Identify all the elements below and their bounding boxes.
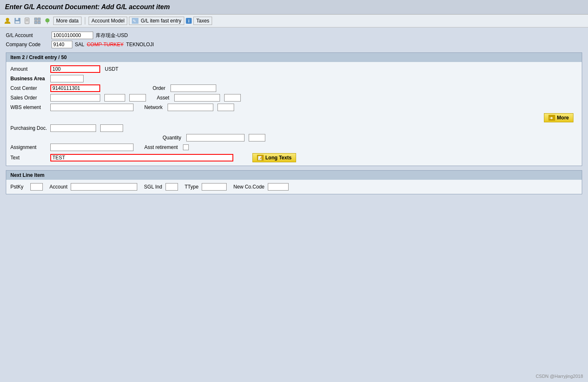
account-input-next[interactable] bbox=[71, 183, 137, 191]
save-icon[interactable] bbox=[13, 17, 22, 25]
text-input[interactable] bbox=[50, 154, 233, 161]
asset-input[interactable] bbox=[174, 94, 220, 102]
person-icon[interactable] bbox=[3, 17, 12, 25]
pstky-label: PstKy bbox=[10, 184, 27, 190]
assignment-row: Assignment Asst retirement bbox=[10, 144, 578, 151]
svg-text:📝: 📝 bbox=[258, 156, 263, 161]
wbs-row: WBS element Network bbox=[10, 104, 578, 111]
gl-account-label: G/L Account bbox=[6, 32, 52, 38]
assignment-input[interactable] bbox=[50, 144, 133, 151]
company-code-number: 9140 bbox=[52, 41, 72, 48]
item-section-header: Item 2 / Credit entry / 50 bbox=[6, 53, 582, 62]
document-icon[interactable] bbox=[23, 17, 32, 25]
company-code-row: Company Code 9140 SALCOMP-TURKEY TEKNOLO… bbox=[6, 41, 582, 48]
main-content: G/L Account 1001010000 库存现金-USD Company … bbox=[0, 27, 588, 203]
layout-icon[interactable] bbox=[33, 17, 42, 25]
quantity-unit-input[interactable] bbox=[249, 134, 265, 141]
quantity-input[interactable] bbox=[186, 134, 245, 141]
sales-order-row: Sales Order Asset bbox=[10, 94, 578, 102]
svg-rect-2 bbox=[16, 18, 18, 20]
more-button[interactable]: ➜ More bbox=[544, 113, 573, 122]
purchasing-doc-row: Purchasing Doc. bbox=[10, 124, 578, 132]
assignment-label: Assignment bbox=[10, 144, 48, 150]
ttype-label: TType bbox=[185, 184, 198, 190]
account-label-next: Account bbox=[49, 184, 67, 190]
text-label: Text bbox=[10, 155, 48, 161]
toolbar: More data Account Model ✎ G/L item fast … bbox=[0, 15, 588, 27]
new-co-code-input[interactable] bbox=[268, 183, 289, 191]
sales-order-label: Sales Order bbox=[10, 95, 48, 101]
info-icon: i bbox=[186, 18, 192, 24]
more-data-button[interactable]: More data bbox=[53, 17, 82, 25]
network-input[interactable] bbox=[168, 104, 213, 111]
long-texts-button[interactable]: 📝 Long Texts bbox=[252, 153, 296, 162]
new-co-code-label: New Co.Code bbox=[233, 184, 264, 190]
gl-account-desc: 库存现金-USD bbox=[96, 32, 128, 39]
sgl-ind-input[interactable] bbox=[166, 183, 178, 191]
sales-order-sub-input[interactable] bbox=[104, 94, 125, 102]
gl-account-number: 1001010000 bbox=[52, 32, 93, 39]
company-code-name-before: SAL bbox=[75, 42, 84, 47]
sales-order-item-input[interactable] bbox=[129, 94, 146, 102]
company-code-name-after: TEKNOLOJI bbox=[126, 42, 154, 47]
business-area-label: Business Area bbox=[10, 76, 48, 82]
quantity-row: Quantity bbox=[10, 134, 578, 141]
wbs-input[interactable] bbox=[50, 104, 133, 111]
next-line-section: Next Line Item PstKy Account SGL Ind TTy… bbox=[6, 170, 582, 194]
taxes-button[interactable]: Taxes bbox=[193, 17, 212, 25]
order-label: Order bbox=[153, 85, 166, 91]
page-title: Enter G/L Account Document: Add G/L acco… bbox=[5, 3, 583, 11]
gl-item-fast-entry-button[interactable]: ✎ G/L item fast entry bbox=[129, 17, 184, 25]
amount-input[interactable] bbox=[50, 65, 100, 73]
svg-point-0 bbox=[6, 18, 9, 21]
svg-rect-7 bbox=[35, 18, 37, 20]
more-data-label: More data bbox=[56, 18, 79, 24]
cost-center-input[interactable] bbox=[50, 84, 100, 92]
asst-retirement-label: Asst retirement bbox=[144, 144, 178, 150]
amount-row: Amount USDT bbox=[10, 65, 578, 73]
gl-account-row: G/L Account 1001010000 库存现金-USD bbox=[6, 32, 582, 39]
plant-icon[interactable] bbox=[43, 17, 52, 25]
svg-rect-3 bbox=[15, 21, 20, 23]
long-texts-btn-label: Long Texts bbox=[265, 155, 292, 161]
more-btn-label: More bbox=[557, 115, 569, 121]
svg-text:✎: ✎ bbox=[133, 19, 136, 23]
purchasing-doc-input[interactable] bbox=[50, 124, 96, 132]
asset-label: Asset bbox=[157, 95, 169, 101]
item-form: Amount USDT Business Area Cost Center Or… bbox=[10, 65, 578, 162]
svg-rect-8 bbox=[38, 18, 40, 20]
company-code-value-group: 9140 SALCOMP-TURKEY TEKNOLOJI bbox=[52, 41, 154, 48]
sales-order-input[interactable] bbox=[50, 94, 100, 102]
next-line-section-header: Next Line Item bbox=[6, 171, 582, 180]
quantity-label: Quantity bbox=[163, 135, 181, 141]
pstky-input[interactable] bbox=[30, 183, 43, 191]
gl-item-fast-entry-label: G/L item fast entry bbox=[141, 18, 181, 24]
ttype-input[interactable] bbox=[202, 183, 227, 191]
asst-retirement-checkbox[interactable] bbox=[183, 144, 189, 150]
taxes-label: Taxes bbox=[196, 18, 209, 24]
purchasing-doc-pos-input[interactable] bbox=[100, 124, 123, 132]
purchasing-doc-label: Purchasing Doc. bbox=[10, 125, 48, 131]
asset-sub-input[interactable] bbox=[224, 94, 241, 102]
item-section: Item 2 / Credit entry / 50 Amount USDT B… bbox=[6, 52, 582, 166]
separator bbox=[85, 17, 85, 25]
more-btn-row: ➜ More bbox=[10, 113, 578, 122]
title-bar: Enter G/L Account Document: Add G/L acco… bbox=[0, 0, 588, 15]
network-sub-input[interactable] bbox=[217, 104, 234, 111]
amount-label: Amount bbox=[10, 66, 48, 72]
next-line-row: PstKy Account SGL Ind TType New Co.Code bbox=[10, 183, 578, 191]
network-label: Network bbox=[144, 104, 163, 110]
gl-account-value-group: 1001010000 库存现金-USD bbox=[52, 32, 128, 39]
business-area-input[interactable] bbox=[50, 75, 84, 82]
svg-rect-10 bbox=[38, 21, 40, 24]
company-code-name-strikethrough: COMP-TURKEY bbox=[87, 42, 124, 47]
sgl-ind-label: SGL Ind bbox=[144, 184, 162, 190]
company-code-label: Company Code bbox=[6, 42, 52, 47]
cost-center-label: Cost Center bbox=[10, 85, 48, 91]
text-row: Text 📝 Long Texts bbox=[10, 153, 578, 162]
account-model-label: Account Model bbox=[91, 18, 124, 24]
amount-currency: USDT bbox=[105, 66, 119, 72]
order-input[interactable] bbox=[170, 84, 216, 92]
account-model-button[interactable]: Account Model bbox=[89, 17, 127, 25]
svg-text:➜: ➜ bbox=[549, 116, 553, 120]
